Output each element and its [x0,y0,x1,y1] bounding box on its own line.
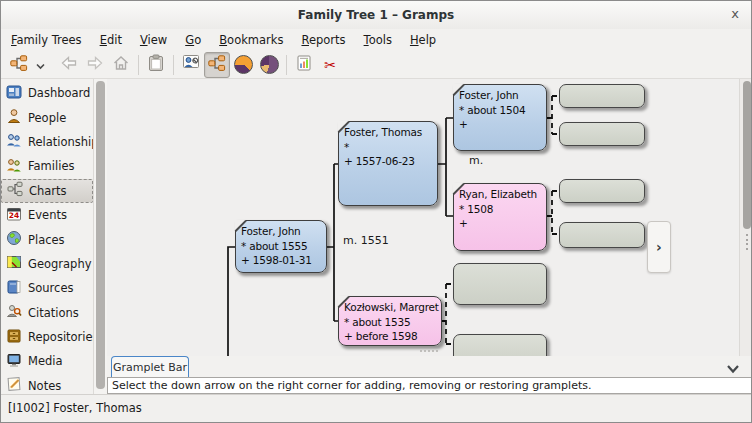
person-death: + [459,117,541,132]
person-box-father[interactable]: Foster, Thomas * + 1557-06-23 [338,121,438,206]
window-title: Family Tree 1 – Gramps [1,1,751,29]
person-chart-view-button[interactable] [178,52,204,78]
pedigree-view-button[interactable] [204,52,230,78]
empty-ancestor-box[interactable] [453,263,547,305]
sidebar-item-relationships[interactable]: Relationships [1,130,93,154]
map-icon [6,254,22,273]
menubar: Family Trees Edit View Go Bookmarks Repo… [1,29,752,51]
empty-ancestor-box[interactable] [559,122,645,146]
person-name: Ryan, Elizabeth [459,187,541,202]
sidebar-item-charts[interactable]: Charts [1,179,93,203]
home-icon [112,54,130,76]
menu-go[interactable]: Go [182,31,204,49]
person-birth: * [344,140,432,155]
titlebar: Family Tree 1 – Gramps x [1,1,751,30]
note-pencil-icon [6,376,22,395]
globe-icon [6,230,22,249]
person-death: + 1598-01-31 [241,253,321,268]
relationships-icon [6,132,22,151]
canvas-scrollbar[interactable] [739,79,752,356]
sidebar-item-citations[interactable]: Citations [1,301,93,325]
pedigree-icon [208,54,226,76]
family-trees-dropdown[interactable] [32,52,48,78]
person-birth: * about 1555 [241,239,321,254]
sidebar-item-events[interactable]: 24 Events [1,203,93,227]
sidebar-item-sources[interactable]: Sources [1,276,93,300]
sidebar-item-repositories[interactable]: Repositories [1,325,93,349]
marriage-label-parents: m. 1551 [343,234,389,247]
gramplet-bar-tab[interactable]: Gramplet Bar [111,356,189,377]
person-box-active[interactable]: Foster, John * about 1555 + 1598-01-31 [235,220,327,273]
clipboard-icon [147,54,165,76]
scrollbar-grip-dots [746,234,748,250]
person-death: + [459,216,541,231]
sidebar-item-people[interactable]: People [1,105,93,129]
person-name: Foster, Thomas [344,125,432,140]
sidebar-scrollbar[interactable] [93,79,107,395]
marriage-label-grandparents: m. [469,154,483,167]
person-box-paternal-grandfather[interactable]: Foster, John * about 1504 + [453,84,547,151]
dashboard-icon [6,84,22,103]
report-doc-icon [295,54,313,76]
empty-ancestor-box[interactable] [453,334,547,356]
tools-button[interactable]: ✂ [317,52,343,78]
empty-ancestor-box[interactable] [559,84,645,108]
sidebar-item-families[interactable]: Families [1,154,93,178]
descendant-fan-view-button[interactable] [256,52,282,78]
pedigree-canvas[interactable]: Foster, John * about 1555 + 1598-01-31 F… [107,79,752,356]
menu-view[interactable]: View [137,31,170,49]
reports-button[interactable] [291,52,317,78]
forward-button[interactable] [82,52,108,78]
charts-tree-icon [7,181,23,200]
person-name: Foster, John [241,224,321,239]
repository-icon [6,328,22,347]
home-button[interactable] [108,52,134,78]
sidebar-item-geography[interactable]: Geography [1,252,93,276]
person-birth: * 1508 [459,202,541,217]
book-icon [6,279,22,298]
fan-chart-view-button[interactable] [230,52,256,78]
menu-tools[interactable]: Tools [361,31,395,49]
sidebar-item-media[interactable]: Media [1,349,93,373]
menu-reports[interactable]: Reports [298,31,348,49]
person-death: + 1557-06-23 [344,154,432,169]
citation-search-icon [6,303,22,322]
person-chart-icon [182,54,200,76]
sidebar-item-places[interactable]: Places [1,227,93,251]
empty-ancestor-box[interactable] [559,179,645,203]
person-birth: * about 1535 [344,315,436,330]
menu-help[interactable]: Help [407,31,439,49]
calendar-icon: 24 [6,206,22,225]
statusbar: [I1002] Foster, Thomas [1,394,751,423]
gramplet-dropdown-chevron-icon[interactable] [725,361,741,373]
svg-text:24: 24 [9,211,19,220]
sidebar-item-dashboard[interactable]: Dashboard [1,81,93,105]
person-name: Kozłowski, Margret [344,300,436,315]
scissors-tools-icon: ✂ [324,57,336,73]
gramplet-bar-message: Select the down arrow on the right corne… [107,377,752,394]
toolbar: ✂ [1,51,751,79]
person-death: + before 1598 [344,329,436,344]
person-name: Foster, John [459,88,541,103]
person-box-paternal-grandmother[interactable]: Ryan, Elizabeth * 1508 + [453,183,547,251]
person-icon [6,108,22,127]
close-icon[interactable]: x [731,1,739,29]
family-trees-button[interactable] [6,52,32,78]
clipboard-button[interactable] [143,52,169,78]
back-button[interactable] [56,52,82,78]
show-more-generations-button[interactable]: › [647,221,671,273]
gramps-window: Family Tree 1 – Gramps x Family Trees Ed… [0,0,752,423]
fan-chart-alt-icon [260,55,279,74]
arrow-right-icon [86,54,104,76]
person-box-mother[interactable]: Kozłowski, Margret * about 1535 + before… [338,296,442,346]
menu-edit[interactable]: Edit [97,31,125,49]
families-icon [6,157,22,176]
canvas-scrollbar-thumb[interactable] [743,81,751,229]
empty-ancestor-box[interactable] [559,222,645,248]
menu-family-trees[interactable]: Family Trees [8,31,85,49]
fan-chart-icon [234,55,253,74]
category-sidebar: Dashboard People Relationships Families … [1,79,107,395]
menu-bookmarks[interactable]: Bookmarks [216,31,286,49]
drag-grip-dots [420,350,438,352]
arrow-left-icon [60,54,78,76]
